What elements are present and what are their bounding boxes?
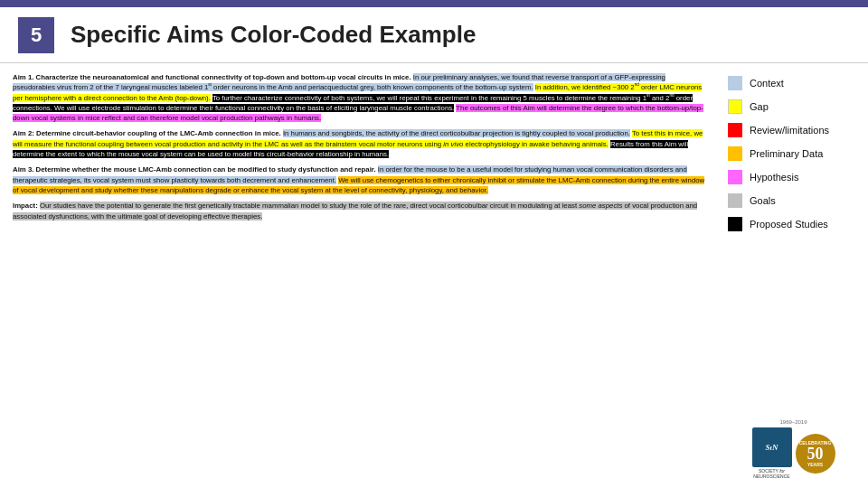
proposed-label: Proposed Studies — [750, 219, 828, 230]
context-swatch — [728, 76, 742, 90]
legend-item-proposed: Proposed Studies — [728, 217, 859, 231]
review-swatch — [728, 123, 742, 137]
gap-label: Gap — [750, 101, 769, 112]
year-label: 1969–2019 — [779, 419, 807, 425]
legend-item-prelim: Preliminary Data — [728, 146, 859, 161]
main-content: Aim 1. Characterize the neuroanatomical … — [0, 63, 868, 488]
prelim-swatch — [728, 146, 742, 161]
legend-item-hypothesis: Hypothesis — [728, 170, 859, 184]
proposed-swatch — [728, 217, 742, 231]
legend-item-context: Context — [728, 76, 859, 90]
goals-label: Goals — [750, 195, 776, 206]
goals-swatch — [728, 193, 742, 208]
hypothesis-label: Hypothesis — [750, 172, 798, 183]
slide-number: 5 — [18, 17, 54, 53]
top-decorative-bar — [0, 0, 868, 7]
gap-swatch — [728, 99, 742, 114]
slide-title: Specific Aims Color-Coded Example — [71, 21, 476, 49]
aims-text: Aim 1. Characterize the neuroanatomical … — [0, 63, 719, 488]
slide-header: 5 Specific Aims Color-Coded Example — [0, 7, 868, 63]
sfn-logo: SfN SOCIETY forNEUROSCIENCE — [752, 427, 792, 479]
context-label: Context — [750, 78, 784, 89]
prelim-label: Preliminary Data — [750, 148, 823, 159]
hypothesis-swatch — [728, 170, 742, 184]
legend-panel: Context Gap Review/limitations Prelimina… — [719, 63, 868, 488]
legend-item-goals: Goals — [728, 193, 859, 208]
logo-area: 1969–2019 SfN SOCIETY forNEUROSCIENCE — [728, 410, 859, 479]
page: 5 Specific Aims Color-Coded Example Aim … — [0, 0, 868, 488]
anniversary-badge: CELEBRATING 50 YEARS — [796, 434, 835, 474]
legend-item-gap: Gap — [728, 99, 859, 114]
legend-item-review: Review/limitations — [728, 123, 859, 137]
review-label: Review/limitations — [750, 125, 829, 136]
